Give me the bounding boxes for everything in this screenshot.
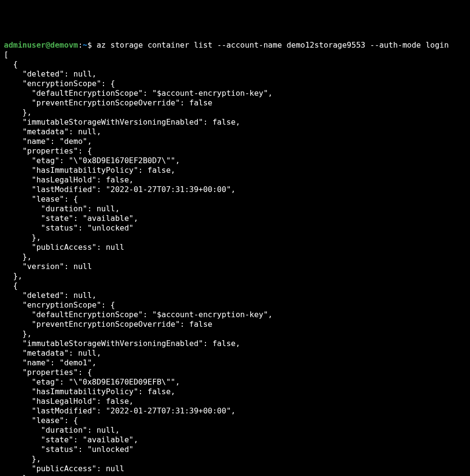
- prompt-path: ~: [83, 40, 88, 50]
- terminal[interactable]: adminuser@demovm:~$ az storage container…: [4, 40, 466, 476]
- prompt-user: adminuser: [4, 40, 46, 50]
- command-text: az storage container list --account-name…: [92, 40, 449, 50]
- prompt-at: @: [46, 40, 51, 50]
- prompt-dollar: $: [87, 40, 92, 50]
- prompt-host: demovm: [50, 40, 78, 50]
- command-output: [ { "deleted": null, "encryptionScope": …: [4, 50, 273, 476]
- prompt-colon: :: [78, 40, 83, 50]
